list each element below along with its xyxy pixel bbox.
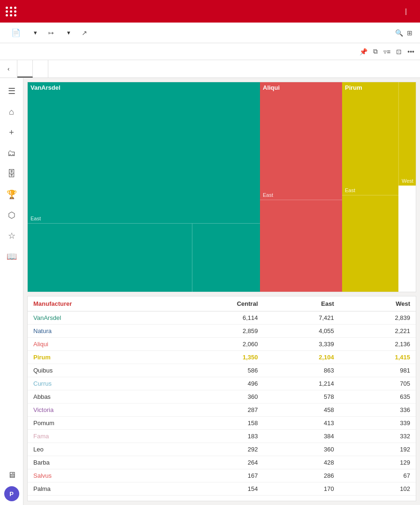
cell-west: 635 (340, 390, 416, 404)
cell-central: 496 (171, 377, 263, 390)
data-table: Manufacturer Central East West VanArsdel… (28, 296, 416, 496)
cell-east: 384 (264, 430, 340, 443)
cell-manufacturer[interactable]: Barba (28, 456, 171, 469)
treemap-vanarsdel-east[interactable]: VanArsdel East (28, 82, 260, 223)
share-button[interactable] (95, 31, 102, 35)
cell-east: 360 (264, 443, 340, 456)
export-button[interactable]: ▾ (61, 27, 74, 38)
treemap: VanArsdel East Central West Natura East (28, 82, 416, 292)
cell-central: 2,060 (171, 338, 263, 351)
treemap-vanarsdel-west[interactable]: West (192, 223, 260, 292)
cell-east: 1,214 (264, 377, 340, 390)
cell-west: 339 (340, 417, 416, 430)
top-bar: | (0, 0, 420, 23)
sidebar: ☰ ⌂ + 🗂 🗄 🏆 ⬡ ☆ 📖 🖥 P (0, 78, 23, 505)
cell-east: 286 (264, 469, 340, 482)
filter-icon[interactable]: ▿≡ (383, 48, 390, 55)
vanarsdel-label: VanArsdel (31, 84, 61, 91)
user-avatar[interactable]: P (4, 486, 19, 501)
tabs-row: ‹ (0, 60, 420, 78)
treemap-pirum-west[interactable]: West (398, 82, 416, 186)
sidebar-create-icon[interactable]: + (2, 123, 21, 142)
cell-west: 192 (340, 443, 416, 456)
cell-manufacturer[interactable]: Quibus (28, 364, 171, 377)
cell-west: 981 (340, 364, 416, 377)
cell-central: 183 (171, 430, 263, 443)
sidebar-learn-icon[interactable]: ☆ (2, 226, 21, 245)
cell-central: 586 (171, 364, 263, 377)
main-content: ☰ ⌂ + 🗂 🗄 🏆 ⬡ ☆ 📖 🖥 P VanArsdel East C (0, 78, 420, 505)
file-button[interactable]: ▾ (28, 27, 41, 38)
cell-east: 413 (264, 417, 340, 430)
file-icon: 📄 (8, 26, 24, 39)
title-separator: | (405, 8, 407, 15)
duplicate-icon[interactable]: ⧉ (373, 47, 378, 55)
col-header-west[interactable]: West (340, 296, 416, 311)
cell-manufacturer[interactable]: Pirum (28, 351, 171, 364)
treemap-chart[interactable]: VanArsdel East Central West Natura East (27, 82, 416, 292)
settings-icon[interactable]: ⊞ (407, 29, 412, 37)
treemap-aliqui-west[interactable]: West (260, 200, 342, 292)
tab-total-units[interactable] (17, 60, 33, 78)
cell-manufacturer[interactable]: VanArsdel (28, 311, 171, 325)
cell-manufacturer[interactable]: Natura (28, 325, 171, 338)
cell-manufacturer[interactable]: Salvus (28, 469, 171, 482)
sidebar-data-icon[interactable]: 🗄 (2, 164, 21, 183)
cell-west: 102 (340, 482, 416, 496)
app-grid-icon[interactable] (6, 7, 17, 16)
cell-manufacturer[interactable]: Abbas (28, 390, 171, 404)
cell-east: 170 (264, 482, 340, 496)
cell-west: 1,415 (340, 351, 416, 364)
cell-central: 158 (171, 417, 263, 430)
sidebar-home-icon[interactable]: ⌂ (2, 102, 21, 121)
more-options-button[interactable] (106, 31, 114, 35)
more-visual-options[interactable]: ••• (407, 48, 414, 55)
aliqui-east-label: East (263, 192, 339, 198)
cell-east: 578 (264, 390, 340, 404)
sidebar-goals-icon[interactable]: 🏆 (2, 185, 21, 204)
table-row: Natura2,8594,0552,221 (28, 325, 416, 338)
pirum-east-label: East (345, 187, 396, 193)
cell-manufacturer[interactable]: Palma (28, 482, 171, 496)
sidebar-browse-icon[interactable]: 🗂 (2, 144, 21, 163)
col-header-central[interactable]: Central (171, 296, 263, 311)
aliqui-west-label: West (263, 291, 339, 292)
cell-manufacturer[interactable]: Currus (28, 377, 171, 390)
sidebar-bottom: 🖥 P (2, 466, 21, 501)
cell-east: 4,055 (264, 325, 340, 338)
table-row: Pomum158413339 (28, 417, 416, 430)
table-row: Quibus586863981 (28, 364, 416, 377)
back-chevron-icon: ‹ (8, 65, 9, 72)
sidebar-metrics-icon[interactable]: 📖 (2, 247, 21, 266)
col-header-manufacturer[interactable]: Manufacturer (28, 296, 171, 311)
cell-central: 264 (171, 456, 263, 469)
treemap-aliqui[interactable]: Aliqui East (260, 82, 342, 200)
search-icon[interactable]: 🔍 (395, 29, 403, 37)
cell-manufacturer[interactable]: Aliqui (28, 338, 171, 351)
data-table-container: Manufacturer Central East West VanArsdel… (27, 296, 416, 501)
cell-east: 458 (264, 404, 340, 417)
back-to-report-tab[interactable]: ‹ (8, 60, 17, 78)
focus-icon[interactable]: ⊡ (396, 48, 402, 55)
cell-manufacturer[interactable]: Leo (28, 443, 171, 456)
cell-west: 2,221 (340, 325, 416, 338)
pin-icon[interactable]: 📌 (359, 48, 367, 55)
cell-central: 2,859 (171, 325, 263, 338)
tab-by-manufacturer[interactable] (33, 60, 48, 78)
cell-manufacturer[interactable]: Pomum (28, 417, 171, 430)
sidebar-menu-icon[interactable]: ☰ (2, 82, 21, 101)
report-area: VanArsdel East Central West Natura East (23, 78, 420, 505)
sidebar-apps-icon[interactable]: ⬡ (2, 206, 21, 225)
cell-west: 67 (340, 469, 416, 482)
treemap-vanarsdel-central[interactable]: Central (28, 223, 192, 292)
treemap-pirum-central[interactable]: Central (342, 195, 398, 292)
table-row: Leo292360192 (28, 443, 416, 456)
table-row: Fama183384332 (28, 430, 416, 443)
cell-manufacturer[interactable]: Victoria (28, 404, 171, 417)
treemap-pirum-east[interactable]: Pirum East (342, 82, 398, 195)
col-header-east[interactable]: East (264, 296, 340, 311)
cell-manufacturer[interactable]: Fama (28, 430, 171, 443)
cell-west: 332 (340, 430, 416, 443)
file-caret: ▾ (34, 29, 37, 36)
sidebar-monitor-icon[interactable]: 🖥 (2, 466, 21, 484)
